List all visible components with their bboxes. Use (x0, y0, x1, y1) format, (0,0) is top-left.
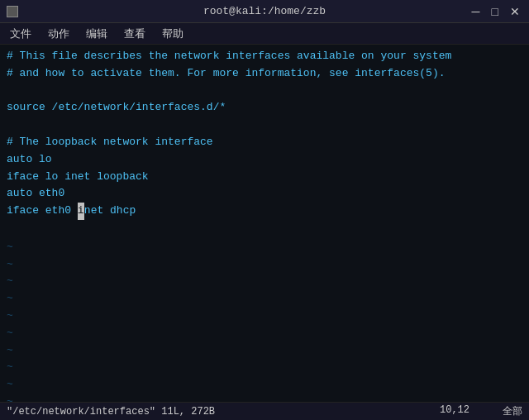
title-bar: root@kali:/home/zzb ─ □ ✕ (0, 0, 529, 23)
line-6: # The loopback network interface (7, 134, 522, 151)
tilde-10: ~ (7, 394, 522, 402)
title-bar-controls: ─ □ ✕ (469, 6, 522, 17)
title-bar-title: root@kali:/home/zzb (203, 5, 326, 17)
tilde-5: ~ (7, 308, 522, 325)
menu-bar: 文件 动作 编辑 查看 帮助 (0, 23, 529, 45)
close-button[interactable]: ✕ (508, 6, 522, 17)
editor[interactable]: # This file describes the network interf… (0, 45, 529, 402)
line-3 (7, 83, 522, 100)
line-2: # and how to activate them. For more inf… (7, 65, 522, 83)
menu-action[interactable]: 动作 (41, 25, 76, 43)
line-1: # This file describes the network interf… (7, 48, 522, 65)
line-11 (7, 220, 522, 237)
status-position: 10,12 (440, 404, 469, 418)
tilde-6: ~ (7, 325, 522, 342)
tilde-3: ~ (7, 273, 522, 290)
tilde-2: ~ (7, 256, 522, 274)
line-9: auto eth0 (7, 185, 522, 203)
status-filename: "/etc/network/interfaces" 11L, 272B (7, 406, 215, 418)
line-4: source /etc/network/interfaces.d/* (7, 99, 522, 117)
maximize-button[interactable]: □ (489, 6, 501, 17)
line-7: auto lo (7, 151, 522, 169)
menu-view[interactable]: 查看 (117, 25, 152, 43)
tilde-8: ~ (7, 359, 522, 376)
menu-help[interactable]: 帮助 (155, 25, 190, 43)
line-10: iface eth0 inet dhcp (7, 203, 522, 220)
tilde-7: ~ (7, 342, 522, 360)
tilde-9: ~ (7, 376, 522, 394)
tilde-1: ~ (7, 239, 522, 256)
status-right: 10,12 全部 (440, 404, 522, 418)
window-icon (7, 6, 18, 17)
tilde-4: ~ (7, 290, 522, 308)
tilde-lines: ~ ~ ~ ~ ~ ~ ~ ~ ~ ~ ~ ~ (7, 239, 522, 402)
line-5 (7, 117, 522, 134)
menu-edit[interactable]: 编辑 (79, 25, 114, 43)
line-8: iface lo inet loopback (7, 169, 522, 186)
title-bar-left (7, 6, 18, 17)
minimize-button[interactable]: ─ (469, 6, 483, 17)
status-bar: "/etc/network/interfaces" 11L, 272B 10,1… (0, 402, 529, 420)
menu-file[interactable]: 文件 (3, 25, 38, 43)
status-view: 全部 (503, 404, 522, 418)
cursor: i (78, 203, 84, 220)
